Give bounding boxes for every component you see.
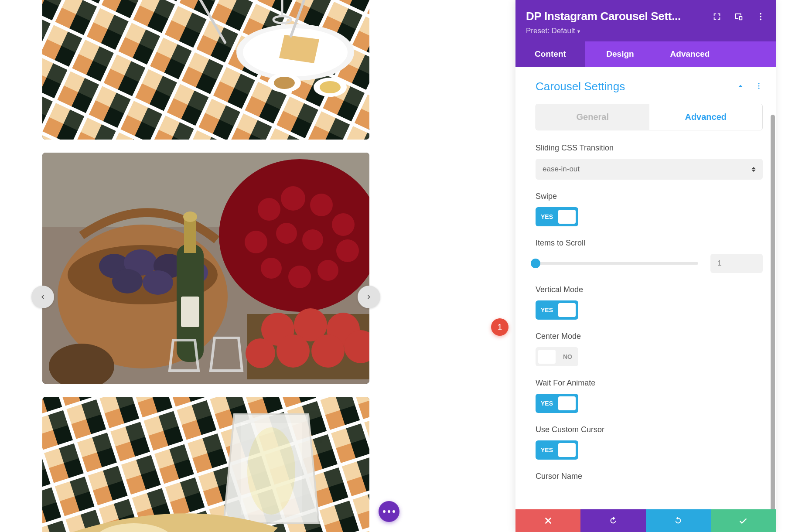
toggle-text: YES (541, 447, 553, 454)
toggle-knob (558, 443, 576, 457)
tab-design[interactable]: Design (585, 41, 655, 67)
label-items-to-scroll: Items to Scroll (536, 239, 763, 248)
toggle-knob (558, 210, 576, 224)
scrollbar[interactable] (771, 115, 775, 509)
toggle-center-mode[interactable]: NO (536, 347, 578, 366)
toggle-swipe[interactable]: YES (536, 207, 578, 226)
svg-point-15 (320, 81, 341, 93)
subtab-advanced[interactable]: Advanced (649, 104, 763, 130)
svg-point-35 (310, 194, 333, 216)
svg-point-46 (183, 211, 197, 222)
panel-title: DP Instagram Carousel Sett... (526, 10, 704, 23)
option-swipe: Swipe YES (536, 192, 763, 226)
section-kebab-icon[interactable] (755, 82, 763, 92)
expand-icon[interactable] (712, 12, 722, 21)
toggle-vertical-mode[interactable]: YES (536, 300, 578, 320)
toggle-text: YES (541, 400, 553, 407)
tab-content[interactable]: Content (515, 41, 585, 67)
svg-point-37 (336, 239, 359, 262)
responsive-icon[interactable] (734, 12, 744, 21)
svg-point-36 (332, 213, 355, 236)
svg-rect-47 (181, 297, 199, 327)
kebab-icon[interactable] (756, 12, 765, 21)
subtab-general[interactable]: General (536, 104, 649, 130)
panel-body: Carousel Settings General Advanced Slidi… (515, 67, 776, 509)
tab-advanced[interactable]: Advanced (655, 41, 725, 67)
toggle-wait-for-animate[interactable]: YES (536, 394, 578, 413)
svg-point-71 (758, 85, 760, 86)
svg-point-43 (302, 229, 323, 250)
module-options-fab[interactable] (379, 501, 399, 522)
svg-point-41 (245, 231, 267, 253)
save-button[interactable] (711, 509, 776, 532)
toggle-knob (558, 303, 576, 317)
option-sliding-transition: Sliding CSS Transition ease-in-out (536, 143, 763, 180)
option-vertical-mode: Vertical Mode YES (536, 285, 763, 320)
slider-value-input[interactable]: 1 (710, 254, 763, 273)
svg-point-55 (246, 338, 275, 368)
svg-point-70 (758, 83, 760, 84)
label-sliding-transition: Sliding CSS Transition (536, 143, 763, 153)
toggle-knob (558, 396, 576, 410)
carousel (42, 0, 369, 532)
dropdown-sliding-transition[interactable]: ease-in-out (536, 159, 763, 180)
annotation-badge: 1 (491, 318, 509, 336)
svg-point-34 (281, 186, 305, 211)
preset-selector[interactable]: Preset: Default▼ (526, 27, 765, 35)
carousel-next-button[interactable] (358, 286, 380, 308)
svg-point-33 (258, 198, 280, 221)
carousel-prev-button[interactable] (31, 286, 54, 308)
close-button[interactable] (515, 509, 580, 532)
svg-point-69 (760, 18, 761, 20)
option-use-custom-cursor: Use Custom Cursor YES (536, 425, 763, 460)
svg-point-65 (247, 427, 295, 515)
carousel-slide-3 (42, 397, 369, 532)
label-wait-for-animate: Wait For Animate (536, 379, 763, 388)
svg-point-40 (261, 258, 282, 279)
svg-point-13 (274, 77, 295, 89)
redo-button[interactable] (646, 509, 711, 532)
option-wait-for-animate: Wait For Animate YES (536, 379, 763, 413)
canvas-area (0, 0, 502, 532)
option-cursor-name: Cursor Name (536, 472, 763, 481)
undo-button[interactable] (580, 509, 645, 532)
label-center-mode: Center Mode (536, 332, 763, 341)
label-swipe: Swipe (536, 192, 763, 201)
panel-header: DP Instagram Carousel Sett... Preset: De… (515, 0, 776, 41)
toggle-text: YES (541, 307, 553, 314)
label-use-custom-cursor: Use Custom Cursor (536, 425, 763, 434)
toggle-knob (538, 350, 556, 364)
svg-point-30 (112, 269, 143, 293)
svg-point-72 (758, 87, 760, 89)
section-title[interactable]: Carousel Settings (536, 80, 625, 93)
svg-point-52 (276, 334, 310, 368)
dropdown-value: ease-in-out (543, 165, 580, 174)
svg-point-38 (317, 260, 338, 281)
select-arrows-icon (751, 167, 756, 172)
toggle-use-custom-cursor[interactable]: YES (536, 440, 578, 460)
svg-point-67 (760, 13, 761, 14)
preset-label: Preset: Default (526, 27, 575, 35)
collapse-icon[interactable] (737, 82, 744, 92)
label-cursor-name: Cursor Name (536, 472, 763, 481)
slider-thumb[interactable] (531, 259, 540, 268)
svg-rect-63 (42, 397, 369, 532)
panel-footer (515, 509, 776, 532)
option-center-mode: Center Mode NO (536, 332, 763, 366)
svg-point-39 (288, 266, 311, 288)
option-items-to-scroll: Items to Scroll 1 (536, 239, 763, 273)
svg-point-42 (276, 223, 297, 244)
label-vertical-mode: Vertical Mode (536, 285, 763, 294)
slider-items-to-scroll[interactable] (536, 262, 698, 265)
carousel-slide-1 (42, 0, 369, 140)
settings-panel: DP Instagram Carousel Sett... Preset: De… (515, 0, 776, 532)
toggle-text: NO (563, 353, 572, 360)
main-tabs: Content Design Advanced (515, 41, 776, 67)
svg-point-68 (760, 16, 761, 17)
svg-point-31 (143, 270, 173, 295)
toggle-text: YES (541, 213, 553, 220)
svg-point-53 (311, 334, 345, 368)
section-subtabs: General Advanced (536, 104, 763, 130)
carousel-slide-2 (42, 153, 369, 384)
svg-rect-45 (184, 218, 196, 253)
